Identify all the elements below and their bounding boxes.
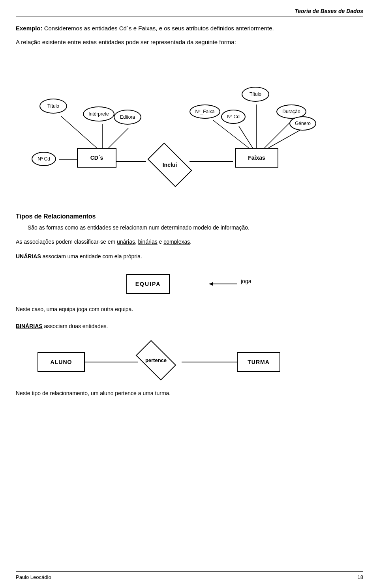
er-diagram: CD´s Inclui Faixas Título Nº Cd Intérpre…	[16, 51, 363, 201]
relation-joga: joga	[241, 278, 251, 284]
svg-line-10	[268, 130, 300, 148]
associacoes-text: As associações podem classificar-se em u…	[16, 237, 363, 246]
intro-paragraph: Exemplo: Consideremos as entidades Cd´s …	[16, 24, 363, 33]
svg-line-8	[239, 126, 253, 148]
svg-line-2	[61, 116, 97, 148]
unarias-section: UNÁRIAS associam uma entidade com ela pr…	[16, 252, 363, 314]
example-label: Exemplo:	[16, 25, 43, 32]
unarias-label: UNÁRIAS associam uma entidade com ela pr…	[16, 252, 363, 261]
attr-cds-titulo: Título	[39, 99, 67, 114]
attr-faixas-ncd: Nº Cd	[221, 110, 246, 124]
binarias-diagram: ALUNO pertence TURMA	[16, 338, 363, 386]
tipos-text: São as formas como as entidades se relac…	[28, 223, 363, 232]
svg-marker-12	[209, 282, 213, 286]
binarias-note: Neste tipo de relacionamento, um aluno p…	[16, 389, 363, 398]
example-text: Consideremos as entidades Cd´s e Faixas,…	[43, 25, 274, 32]
attr-cds-editora: Editora	[114, 110, 141, 125]
tipos-heading: Tipos de Relacionamentos	[16, 213, 363, 220]
binarias-label: BINÁRIAS associam duas entidades.	[16, 322, 363, 330]
entity-cds: CD´s	[77, 148, 116, 168]
header-title: Teoria de Bases de Dados	[295, 8, 363, 14]
attr-cds-interprete: Intérprete	[83, 106, 114, 121]
svg-line-5	[109, 128, 128, 148]
entity-equipa: EQUIPA	[126, 274, 170, 294]
binarias-section: BINÁRIAS associam duas entidades. ALUNO …	[16, 322, 363, 398]
attr-faixas-genero: Género	[289, 116, 316, 131]
unarias-note: Neste caso, uma equipa joga com outra eq…	[16, 305, 363, 314]
attr-faixas-titulo: Título	[242, 87, 269, 102]
entity-faixas: Faixas	[235, 148, 278, 168]
page-header: Teoria de Bases de Dados	[16, 8, 363, 17]
attr-cds-ncd: Nº Cd	[32, 152, 56, 166]
attr-faixas-nfaixa: Nº_Faixa	[190, 105, 220, 119]
svg-line-7	[213, 120, 249, 148]
svg-line-9	[265, 120, 292, 148]
entity-turma: TURMA	[237, 352, 280, 372]
relation-text: A relação existente entre estas entidade…	[16, 38, 363, 47]
footer-page: 18	[358, 574, 363, 580]
entity-aluno: ALUNO	[38, 352, 85, 372]
footer-author: Paulo Leocádio	[16, 574, 51, 580]
relationship-inclui: Inclui	[148, 152, 191, 177]
unarias-svg	[16, 266, 363, 302]
page-footer: Paulo Leocádio 18	[16, 571, 363, 580]
unarias-diagram: EQUIPA joga	[16, 266, 363, 302]
relationship-pertence: pertence	[138, 349, 182, 375]
tipos-section: Tipos de Relacionamentos São as formas c…	[16, 213, 363, 246]
